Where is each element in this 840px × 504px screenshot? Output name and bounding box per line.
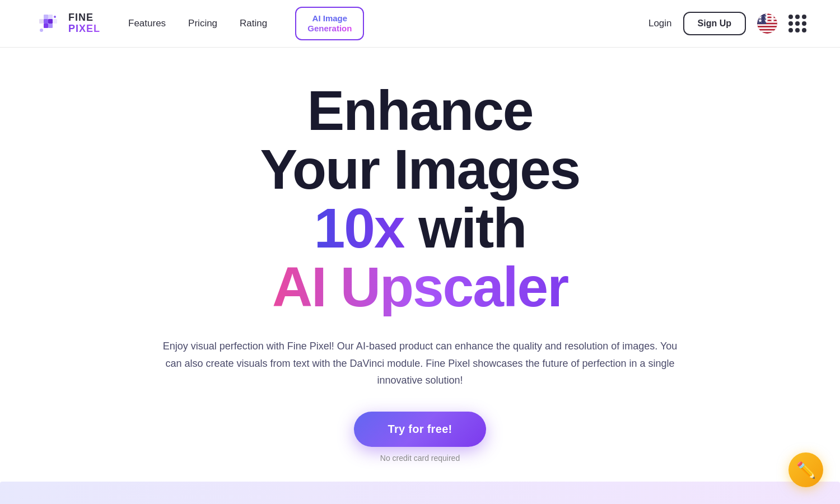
navbar: FINE PIXEL Features Pricing Rating AI Im…: [0, 0, 840, 48]
us-flag-icon: ★★★ ★★★ ★★★: [757, 13, 777, 34]
svg-rect-17: [757, 27, 777, 29]
svg-rect-18: [757, 30, 777, 32]
hero-title-line4: AI Upscaler: [260, 258, 580, 316]
logo[interactable]: FINE PIXEL: [34, 9, 100, 38]
logo-fine: FINE: [68, 12, 100, 24]
hero-section: Enhance Your Images 10x with AI Upscaler…: [0, 48, 840, 485]
nav-link-rating[interactable]: Rating: [240, 18, 267, 29]
no-credit-card-label: No credit card required: [380, 454, 460, 463]
nav-cta-line2: Generation: [307, 24, 352, 34]
nav-link-features[interactable]: Features: [128, 18, 166, 29]
svg-point-10: [54, 16, 56, 18]
hero-title-line3: 10x with: [260, 199, 580, 258]
svg-rect-6: [48, 24, 53, 28]
hero-title-line1: Enhance: [260, 81, 580, 140]
svg-rect-3: [44, 19, 48, 24]
grid-dot: [788, 28, 793, 32]
svg-text:★★★: ★★★: [758, 13, 776, 17]
logo-pixel: PIXEL: [68, 24, 100, 35]
logo-text: FINE PIXEL: [68, 12, 100, 35]
try-for-free-button[interactable]: Try for free!: [354, 412, 486, 447]
grid-dot: [795, 15, 800, 19]
grid-dot: [795, 28, 800, 32]
nav-links: Features Pricing Rating: [128, 18, 267, 29]
hero-title: Enhance Your Images 10x with AI Upscaler: [260, 81, 580, 316]
grid-menu-icon[interactable]: [788, 15, 806, 32]
logo-icon: [34, 9, 63, 38]
svg-rect-16: [757, 24, 777, 26]
grid-dot: [802, 15, 806, 19]
svg-point-0: [34, 9, 63, 38]
grid-dot: [802, 21, 806, 26]
svg-rect-8: [53, 19, 57, 24]
svg-rect-7: [48, 15, 53, 19]
svg-point-9: [40, 29, 43, 32]
nav-link-pricing[interactable]: Pricing: [188, 18, 217, 29]
grid-dot: [802, 28, 806, 32]
hero-title-10x: 10x: [314, 197, 404, 259]
svg-rect-2: [44, 15, 48, 19]
hero-description: Enjoy visual perfection with Fine Pixel!…: [162, 338, 678, 389]
grid-dot: [788, 21, 793, 26]
navbar-right: Login Sign Up: [648, 12, 806, 35]
hero-title-with: with: [404, 197, 526, 259]
hero-title-line2: Your Images: [260, 140, 580, 199]
grid-dot: [795, 21, 800, 26]
bottom-bar-decoration: [0, 482, 840, 504]
chat-icon: ✏️: [796, 461, 816, 479]
nav-cta-line1: AI Image: [312, 13, 348, 24]
svg-rect-4: [48, 19, 53, 24]
login-button[interactable]: Login: [648, 18, 672, 29]
language-selector[interactable]: ★★★ ★★★ ★★★: [757, 13, 777, 34]
svg-rect-1: [39, 19, 44, 24]
signup-button[interactable]: Sign Up: [683, 12, 746, 35]
ai-image-generation-button[interactable]: AI Image Generation: [295, 7, 364, 40]
chat-widget[interactable]: ✏️: [788, 452, 823, 487]
navbar-left: FINE PIXEL Features Pricing Rating AI Im…: [34, 7, 364, 40]
grid-dot: [788, 15, 793, 19]
svg-rect-5: [44, 24, 48, 28]
